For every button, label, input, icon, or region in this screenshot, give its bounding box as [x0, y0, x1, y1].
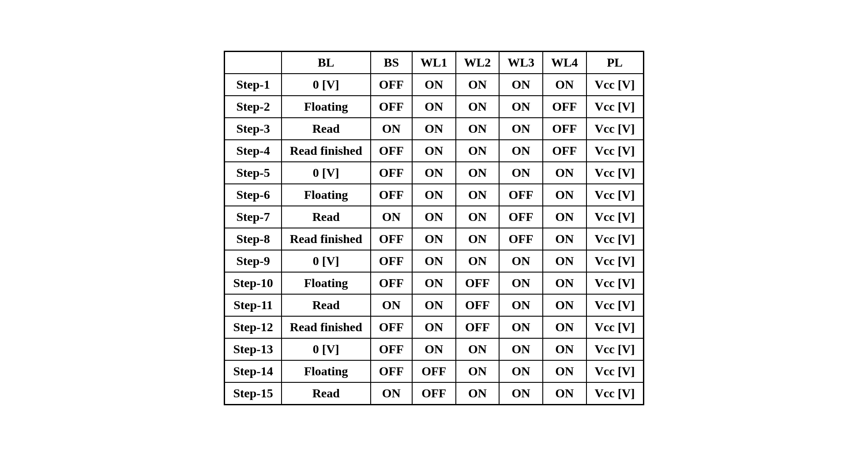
cell-r7-c1: Read finished	[282, 228, 371, 250]
cell-r5-c4: ON	[456, 184, 500, 206]
cell-r3-c2: OFF	[371, 140, 412, 162]
cell-r9-c6: ON	[543, 272, 586, 294]
cell-r14-c1: Read	[282, 382, 371, 405]
cell-r7-c3: ON	[412, 228, 456, 250]
step-label-1: Step-2	[225, 96, 282, 118]
cell-r7-c7: Vcc [V]	[586, 228, 643, 250]
cell-r11-c7: Vcc [V]	[586, 316, 643, 338]
table-container: BLBSWL1WL2WL3WL4PL Step-10 [V]OFFONONONO…	[215, 42, 653, 414]
table-row: Step-11ReadONONOFFONONVcc [V]	[225, 294, 643, 316]
cell-r10-c1: Read	[282, 294, 371, 316]
cell-r2-c1: Read	[282, 118, 371, 140]
cell-r1-c6: OFF	[543, 96, 586, 118]
cell-r9-c3: ON	[412, 272, 456, 294]
cell-r13-c1: Floating	[282, 360, 371, 382]
cell-r12-c3: ON	[412, 338, 456, 360]
cell-r6-c2: ON	[371, 206, 412, 228]
header-row: BLBSWL1WL2WL3WL4PL	[225, 52, 643, 74]
cell-r2-c6: OFF	[543, 118, 586, 140]
step-label-13: Step-14	[225, 360, 282, 382]
table-row: Step-90 [V]OFFONONONONVcc [V]	[225, 250, 643, 272]
header-wl3: WL3	[499, 52, 543, 74]
cell-r13-c3: OFF	[412, 360, 456, 382]
cell-r0-c5: ON	[499, 74, 543, 96]
cell-r9-c4: OFF	[456, 272, 500, 294]
cell-r4-c1: 0 [V]	[282, 162, 371, 184]
header-wl4: WL4	[543, 52, 586, 74]
cell-r9-c7: Vcc [V]	[586, 272, 643, 294]
table-row: Step-130 [V]OFFONONONONVcc [V]	[225, 338, 643, 360]
header-wl1: WL1	[412, 52, 456, 74]
cell-r4-c7: Vcc [V]	[586, 162, 643, 184]
cell-r0-c7: Vcc [V]	[586, 74, 643, 96]
step-label-14: Step-15	[225, 382, 282, 405]
steps-table: BLBSWL1WL2WL3WL4PL Step-10 [V]OFFONONONO…	[224, 51, 644, 405]
cell-r5-c6: ON	[543, 184, 586, 206]
cell-r11-c1: Read finished	[282, 316, 371, 338]
step-label-2: Step-3	[225, 118, 282, 140]
header-bl: BL	[282, 52, 371, 74]
cell-r6-c6: ON	[543, 206, 586, 228]
table-row: Step-10FloatingOFFONOFFONONVcc [V]	[225, 272, 643, 294]
cell-r12-c7: Vcc [V]	[586, 338, 643, 360]
cell-r11-c5: ON	[499, 316, 543, 338]
table-row: Step-2FloatingOFFONONONOFFVcc [V]	[225, 96, 643, 118]
step-label-6: Step-7	[225, 206, 282, 228]
cell-r4-c6: ON	[543, 162, 586, 184]
step-label-0: Step-1	[225, 74, 282, 96]
table-row: Step-15ReadONOFFONONONVcc [V]	[225, 382, 643, 405]
cell-r11-c3: ON	[412, 316, 456, 338]
cell-r6-c7: Vcc [V]	[586, 206, 643, 228]
cell-r0-c4: ON	[456, 74, 500, 96]
cell-r14-c4: ON	[456, 382, 500, 405]
cell-r10-c6: ON	[543, 294, 586, 316]
table-row: Step-8Read finishedOFFONONOFFONVcc [V]	[225, 228, 643, 250]
cell-r5-c1: Floating	[282, 184, 371, 206]
cell-r3-c3: ON	[412, 140, 456, 162]
cell-r8-c6: ON	[543, 250, 586, 272]
table-row: Step-10 [V]OFFONONONONVcc [V]	[225, 74, 643, 96]
header-wl2: WL2	[456, 52, 500, 74]
table-row: Step-3ReadONONONONOFFVcc [V]	[225, 118, 643, 140]
cell-r0-c6: ON	[543, 74, 586, 96]
cell-r13-c6: ON	[543, 360, 586, 382]
cell-r6-c3: ON	[412, 206, 456, 228]
cell-r12-c5: ON	[499, 338, 543, 360]
cell-r8-c1: 0 [V]	[282, 250, 371, 272]
cell-r12-c4: ON	[456, 338, 500, 360]
cell-r13-c5: ON	[499, 360, 543, 382]
cell-r7-c6: ON	[543, 228, 586, 250]
table-row: Step-7ReadONONONOFFONVcc [V]	[225, 206, 643, 228]
cell-r11-c4: OFF	[456, 316, 500, 338]
header-empty	[225, 52, 282, 74]
cell-r11-c6: ON	[543, 316, 586, 338]
cell-r14-c5: ON	[499, 382, 543, 405]
cell-r5-c3: ON	[412, 184, 456, 206]
cell-r4-c2: OFF	[371, 162, 412, 184]
step-label-3: Step-4	[225, 140, 282, 162]
cell-r4-c3: ON	[412, 162, 456, 184]
step-label-12: Step-13	[225, 338, 282, 360]
step-label-4: Step-5	[225, 162, 282, 184]
cell-r2-c2: ON	[371, 118, 412, 140]
cell-r3-c4: ON	[456, 140, 500, 162]
cell-r13-c2: OFF	[371, 360, 412, 382]
step-label-9: Step-10	[225, 272, 282, 294]
cell-r9-c2: OFF	[371, 272, 412, 294]
table-row: Step-50 [V]OFFONONONONVcc [V]	[225, 162, 643, 184]
cell-r8-c2: OFF	[371, 250, 412, 272]
cell-r0-c1: 0 [V]	[282, 74, 371, 96]
step-label-10: Step-11	[225, 294, 282, 316]
cell-r6-c1: Read	[282, 206, 371, 228]
cell-r13-c4: ON	[456, 360, 500, 382]
cell-r1-c7: Vcc [V]	[586, 96, 643, 118]
cell-r0-c2: OFF	[371, 74, 412, 96]
cell-r12-c6: ON	[543, 338, 586, 360]
step-label-11: Step-12	[225, 316, 282, 338]
cell-r3-c5: ON	[499, 140, 543, 162]
cell-r12-c2: OFF	[371, 338, 412, 360]
cell-r8-c3: ON	[412, 250, 456, 272]
table-row: Step-14FloatingOFFOFFONONONVcc [V]	[225, 360, 643, 382]
cell-r6-c4: ON	[456, 206, 500, 228]
cell-r5-c7: Vcc [V]	[586, 184, 643, 206]
